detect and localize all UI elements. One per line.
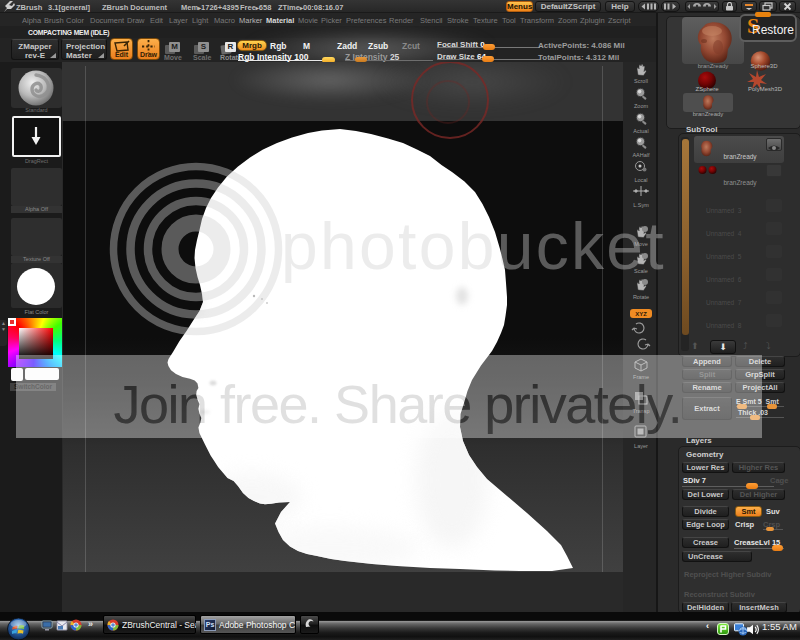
svg-text:AAHalf: AAHalf <box>632 152 650 158</box>
svg-text:Scroll: Scroll <box>634 78 648 84</box>
svg-text:XYZ: XYZ <box>635 311 647 317</box>
svg-text:Transp: Transp <box>633 408 650 414</box>
svg-text:L.Sym: L.Sym <box>633 202 649 208</box>
svg-text:Actual: Actual <box>633 128 648 134</box>
svg-text:Layer: Layer <box>634 443 648 449</box>
svg-text:Move: Move <box>634 241 647 247</box>
svg-text:Local: Local <box>634 177 647 183</box>
svg-text:Zoom: Zoom <box>634 103 648 109</box>
svg-text:Frame: Frame <box>633 374 649 380</box>
svg-text:Rotate: Rotate <box>633 294 649 300</box>
svg-text:Scale: Scale <box>634 268 648 274</box>
